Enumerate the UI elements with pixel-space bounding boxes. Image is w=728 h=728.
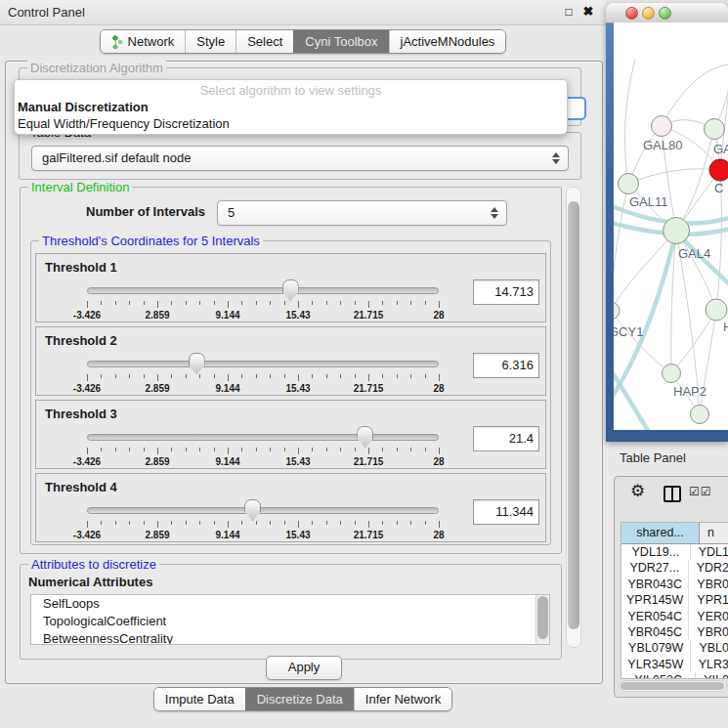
network-node[interactable] xyxy=(706,299,727,321)
slider-thumb[interactable] xyxy=(282,279,299,301)
algorithm-option-equal-width-frequency-discretization[interactable]: Equal Width/Frequency Discretization xyxy=(15,115,567,132)
slider-tick-label: 21.715 xyxy=(354,383,384,394)
float-icon[interactable]: □ xyxy=(561,4,577,20)
table-data-combobox[interactable]: galFiltered.sif default node xyxy=(31,146,569,171)
slider-tick-label: 9.144 xyxy=(215,530,239,540)
slider-tick xyxy=(410,301,411,305)
column-header[interactable]: shared... xyxy=(621,523,700,543)
slider-thumb[interactable] xyxy=(357,426,373,448)
slider-thumb[interactable] xyxy=(244,499,261,521)
thresholds-group: Threshold's Coordinates for 5 Intervals … xyxy=(30,240,551,545)
cyni-toolbox-panel: Discretization Algorithm Select algorith… xyxy=(5,61,603,684)
select-all-checkboxes-icon[interactable]: ☑☑ xyxy=(689,485,712,498)
control-panel: Control Panel □ ✖ NetworkStyleSelectCyni… xyxy=(0,0,606,728)
threshold-value-field[interactable]: 6.316 xyxy=(473,353,539,378)
slider-tick-label: 9.144 xyxy=(215,456,239,467)
table-row[interactable]: YPR145WYPR1 xyxy=(621,592,728,608)
scrollbar-thumb[interactable] xyxy=(537,596,548,639)
tab-network[interactable]: Network xyxy=(101,30,186,53)
cell-shared-name: YER054C xyxy=(621,609,689,624)
attribute-item-topologicalcoefficient[interactable]: TopologicalCoefficient xyxy=(31,613,549,630)
scrollbar-thumb[interactable] xyxy=(621,682,724,690)
slider-tick xyxy=(171,521,172,525)
tab-label: Infer Network xyxy=(365,692,441,707)
tab-label: Style xyxy=(196,34,225,49)
slider-thumb[interactable] xyxy=(189,353,205,374)
cell-shared-name: YLR345W xyxy=(621,657,691,672)
slider-track[interactable] xyxy=(87,434,439,441)
slider-tick xyxy=(439,374,440,381)
tab-style[interactable]: Style xyxy=(185,30,236,53)
table-row[interactable]: YBR043CYBR0 xyxy=(621,577,728,592)
cell-name: YBR0 xyxy=(689,577,728,592)
network-node[interactable] xyxy=(709,159,728,181)
tab-infer-network[interactable]: Infer Network xyxy=(354,688,451,710)
network-node[interactable] xyxy=(652,116,672,137)
slider-tick xyxy=(241,521,242,525)
network-node[interactable] xyxy=(619,174,639,194)
table-panel-window: ⚙ ☑☑ shared... n YDL19...YDL1YDR27...YDR… xyxy=(614,476,728,698)
num-intervals-combobox[interactable]: 5 xyxy=(217,200,507,226)
slider-tick-label: 15.43 xyxy=(285,530,310,540)
slider-track[interactable] xyxy=(87,287,439,294)
table-row[interactable]: YDR27...YDR2 xyxy=(621,560,728,576)
slider-tick-label: 28 xyxy=(433,530,444,540)
network-window-titlebar xyxy=(606,3,728,23)
network-node-label: HAP2 xyxy=(673,384,707,399)
close-icon[interactable]: ✖ xyxy=(580,4,596,20)
network-node[interactable] xyxy=(664,218,690,244)
horizontal-scrollbar[interactable] xyxy=(619,680,727,692)
tab-jactivemnodules[interactable]: jActiveMNodules xyxy=(389,30,506,53)
column-header[interactable]: n xyxy=(700,523,728,543)
slider-tick xyxy=(157,374,158,381)
network-node[interactable] xyxy=(663,364,681,383)
apply-button[interactable]: Apply xyxy=(266,656,342,680)
tab-discretize-data[interactable]: Discretize Data xyxy=(245,688,354,710)
table-row[interactable]: YIL052CYIL0 xyxy=(621,672,728,679)
tab-label: Cyni Toolbox xyxy=(305,34,377,49)
tab-cyni-toolbox[interactable]: Cyni Toolbox xyxy=(293,30,388,53)
tab-label: jActiveMNodules xyxy=(401,34,495,49)
table-row[interactable]: YER054CYER0 xyxy=(621,609,728,624)
network-node[interactable] xyxy=(691,406,709,424)
slider-track[interactable] xyxy=(87,361,439,367)
slider-tick xyxy=(214,448,215,451)
network-node[interactable] xyxy=(705,119,725,140)
minimize-traffic-light-icon[interactable] xyxy=(642,7,655,20)
threshold-value-field[interactable]: 14.713 xyxy=(473,279,539,305)
attribute-item-betweennesscentrality[interactable]: BetweennessCentrality xyxy=(31,630,549,645)
slider-tick xyxy=(340,301,341,305)
slider-tick xyxy=(157,301,158,308)
table-row[interactable]: YBL079WYBL0 xyxy=(621,640,728,656)
threshold-value-field[interactable]: 11.344 xyxy=(473,499,539,525)
gear-icon[interactable]: ⚙ xyxy=(630,482,645,501)
slider-tick xyxy=(439,301,440,308)
table-row[interactable]: YDL19...YDL1 xyxy=(621,544,728,560)
algorithm-option-manual-discretization[interactable]: Manual Discretization xyxy=(15,99,567,115)
scrollbar-thumb[interactable] xyxy=(568,201,579,629)
tab-impute-data[interactable]: Impute Data xyxy=(154,688,245,710)
table-row[interactable]: YBR045CYBR0 xyxy=(621,624,728,640)
list-scrollbar[interactable] xyxy=(535,595,549,644)
node-table: shared... n YDL19...YDL1YDR27...YDR2YBR0… xyxy=(621,522,728,679)
tab-select[interactable]: Select xyxy=(236,30,293,53)
slider-tick xyxy=(199,521,200,525)
threshold-label: Threshold 4 xyxy=(45,480,117,494)
zoom-traffic-light-icon[interactable] xyxy=(659,7,671,20)
close-traffic-light-icon[interactable] xyxy=(625,7,638,20)
threshold-value-field[interactable]: 21.4 xyxy=(473,426,539,451)
slider-tick-label: 9.144 xyxy=(215,310,239,321)
slider-tick xyxy=(214,301,215,305)
group-title: Interval Definition xyxy=(28,180,132,194)
num-intervals-value: 5 xyxy=(228,205,235,220)
table-row[interactable]: YLR345WYLR3 xyxy=(621,657,728,672)
columns-icon[interactable] xyxy=(664,486,681,502)
slider-track[interactable] xyxy=(87,507,439,514)
network-canvas[interactable]: GAL80GACGAL11GAL4HGCY1HAP2 xyxy=(614,22,728,430)
attribute-item-selfloops[interactable]: SelfLoops xyxy=(31,595,549,613)
slider-tick xyxy=(101,448,102,451)
slider-tick xyxy=(270,448,271,451)
network-node[interactable] xyxy=(614,302,620,320)
network-node-label: GCY1 xyxy=(614,324,643,339)
vertical-scrollbar[interactable] xyxy=(566,187,581,648)
